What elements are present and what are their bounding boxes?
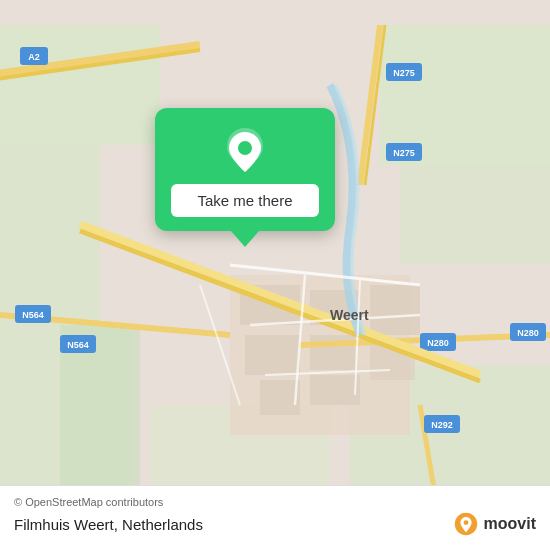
location-name: Filmhuis Weert, Netherlands [14,516,203,533]
svg-text:Weert: Weert [330,307,369,323]
svg-rect-15 [310,375,360,405]
svg-text:N292: N292 [431,420,453,430]
moovit-text: moovit [484,515,536,533]
svg-point-52 [463,520,468,525]
svg-point-51 [238,141,252,155]
svg-text:N564: N564 [22,310,44,320]
svg-text:N564: N564 [67,340,89,350]
svg-rect-1 [0,25,160,145]
location-row: Filmhuis Weert, Netherlands moovit [14,510,536,538]
map-container: A2 N275 N275 N564 N564 N280 N280 N292 [0,0,550,550]
map-background: A2 N275 N275 N564 N564 N280 N280 N292 [0,0,550,550]
svg-rect-14 [260,380,300,415]
moovit-icon [452,510,480,538]
copyright-text: © OpenStreetMap contributors [14,496,536,508]
svg-text:A2: A2 [28,52,40,62]
svg-rect-4 [400,165,550,265]
svg-rect-16 [370,285,420,335]
svg-text:N275: N275 [393,148,415,158]
svg-rect-12 [245,335,300,375]
popup-card: Take me there [155,108,335,231]
take-me-there-button[interactable]: Take me there [171,184,319,217]
svg-text:N280: N280 [517,328,539,338]
svg-text:N280: N280 [427,338,449,348]
moovit-logo: moovit [452,510,536,538]
svg-text:N275: N275 [393,68,415,78]
bottom-bar: © OpenStreetMap contributors Filmhuis We… [0,485,550,550]
location-pin-icon [221,126,269,174]
